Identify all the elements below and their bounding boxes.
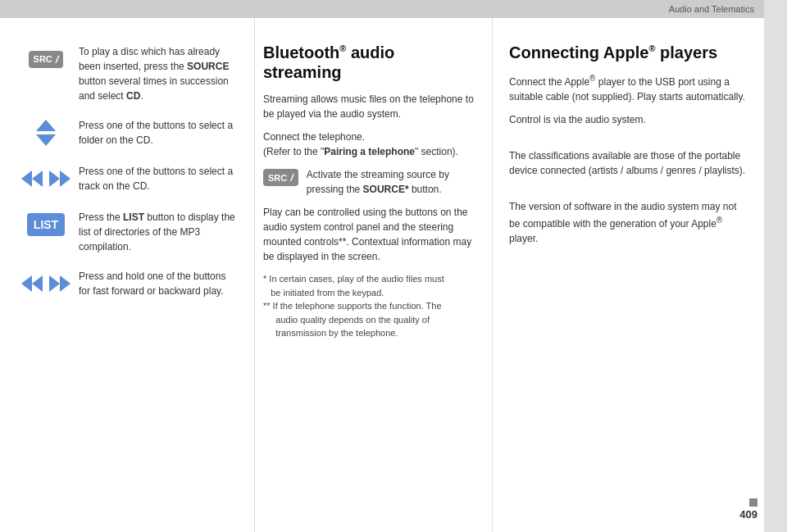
triangle-right2	[60, 171, 71, 187]
footnotes: * In certain cases, play of the audio fi…	[263, 272, 475, 340]
source-bold: SOURCE	[187, 61, 229, 72]
src-label: SRC	[34, 54, 52, 64]
src-button-icon: SRC /	[29, 51, 64, 68]
header-title: Audio and Telematics	[669, 4, 754, 14]
apple-para2: Control is via the audio system.	[509, 112, 748, 127]
row5-text: Press and hold one of the buttons for fa…	[79, 267, 238, 298]
triangle-up	[36, 120, 56, 131]
apple-para3: The classifications available are those …	[509, 148, 748, 178]
row2-text: Press one of the buttons to select a fol…	[79, 116, 238, 148]
list-item: Press one of the buttons to select a tra…	[25, 162, 238, 195]
apple-para4: The version of software in the audio sys…	[509, 199, 748, 246]
footnote-2: ** If the telephone supports the functio…	[263, 299, 475, 340]
right-column: Connecting Apple® players Connect the Ap…	[492, 18, 764, 532]
arrow-lr-icon-box	[25, 162, 67, 195]
triangle-left1	[21, 171, 32, 187]
triangle-left3	[21, 275, 32, 292]
list-item: Press one of the buttons to select a fol…	[25, 116, 238, 149]
src-stream-icon: SRC /	[263, 169, 298, 186]
list-bold: LIST	[123, 211, 144, 223]
list-item: LIST Press the LIST button to display th…	[25, 208, 238, 254]
top-header: Audio and Telematics	[0, 0, 764, 18]
page-footer: 409	[739, 498, 757, 521]
triangle-right3	[49, 275, 60, 292]
activate-streaming-text: Activate the streaming source by pressin…	[307, 167, 475, 197]
src-streaming-row: SRC / Activate the streaming source by p…	[263, 167, 475, 197]
connect-phone-text: Connect the telephone. (Refer to the "Pa…	[263, 130, 475, 159]
play-control-text: Play can be controlled using the buttons…	[263, 205, 475, 264]
list-btn-box: LIST	[25, 208, 67, 241]
page-number: 409	[739, 508, 757, 521]
src-stream-label: SRC	[268, 173, 287, 183]
left-column: SRC / To play a disc which has already b…	[0, 18, 254, 532]
triangle-left2	[32, 171, 43, 187]
main-content: SRC / To play a disc which has already b…	[0, 18, 764, 532]
apple-title: Connecting Apple® players	[509, 43, 748, 62]
src-slash: /	[56, 53, 59, 66]
list-item: SRC / To play a disc which has already b…	[25, 43, 238, 103]
row4-text: Press the LIST button to display the lis…	[79, 208, 238, 254]
footnote-1: * In certain cases, play of the audio fi…	[263, 272, 475, 299]
arrow-up-down-icon	[36, 120, 56, 146]
row3-text: Press one of the buttons to select a tra…	[79, 162, 238, 193]
triangle-down	[36, 134, 56, 146]
middle-column: Bluetooth® audio streaming Streaming all…	[254, 18, 492, 532]
page-square-icon	[749, 498, 757, 507]
apple-para1: Connect the Apple® player to the USB por…	[509, 72, 748, 104]
pairing-bold: Pairing a telephone	[324, 146, 415, 157]
arrow-left-right-icon	[21, 171, 71, 187]
list-button-icon: LIST	[27, 213, 65, 236]
triangle-left4	[32, 275, 43, 292]
list-item: Press and hold one of the buttons for fa…	[25, 267, 238, 300]
triangle-right1	[49, 171, 60, 187]
src-stream-slash: /	[290, 171, 293, 184]
arrow-lr2-icon-box	[25, 267, 67, 300]
row1-text: To play a disc which has already been in…	[79, 43, 238, 103]
cd-bold: CD	[126, 90, 140, 102]
arrow-ud-icon-box	[25, 116, 67, 149]
bluetooth-desc: Streaming allows music files on the tele…	[263, 92, 475, 121]
bluetooth-title: Bluetooth® audio streaming	[263, 43, 475, 82]
source-star-bold: SOURCE*	[363, 184, 409, 195]
page: Audio and Telematics SRC / To play a dis…	[0, 0, 787, 532]
src-icon-box: SRC /	[25, 43, 67, 75]
right-sidebar	[764, 0, 787, 532]
triangle-right4	[60, 275, 71, 292]
arrow-left-right2-icon	[21, 275, 71, 292]
